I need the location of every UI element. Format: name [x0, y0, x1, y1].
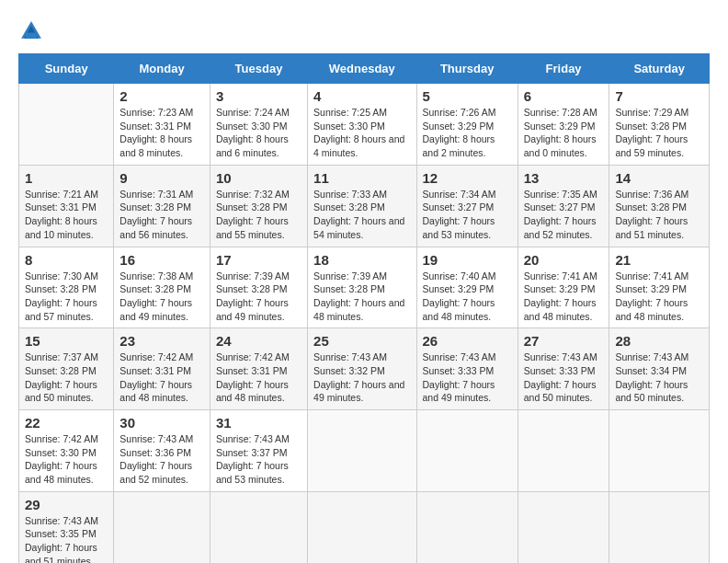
- day-number: 11: [313, 170, 410, 186]
- day-info: Sunrise: 7:33 AMSunset: 3:28 PMDaylight:…: [313, 188, 410, 242]
- day-number: 23: [119, 333, 204, 349]
- calendar-cell: 14Sunrise: 7:36 AMSunset: 3:28 PMDayligh…: [609, 165, 710, 247]
- day-number: 5: [423, 88, 512, 104]
- calendar-cell: [416, 410, 518, 492]
- calendar-cell: 8Sunrise: 7:30 AMSunset: 3:28 PMDaylight…: [19, 247, 114, 328]
- calendar-cell: 16Sunrise: 7:38 AMSunset: 3:28 PMDayligh…: [114, 247, 210, 328]
- day-number: 16: [119, 252, 204, 268]
- day-info: Sunrise: 7:43 AMSunset: 3:37 PMDaylight:…: [216, 432, 301, 487]
- calendar-cell: [518, 491, 609, 563]
- col-friday: Friday: [518, 54, 609, 84]
- calendar-week-row: 1Sunrise: 7:21 AMSunset: 3:31 PMDaylight…: [19, 165, 710, 247]
- calendar-cell: 18Sunrise: 7:39 AMSunset: 3:28 PMDayligh…: [308, 247, 416, 328]
- calendar-cell: 20Sunrise: 7:41 AMSunset: 3:29 PMDayligh…: [518, 247, 609, 328]
- day-info: Sunrise: 7:23 AMSunset: 3:31 PMDaylight:…: [119, 106, 204, 160]
- generalblue-logo-icon: [18, 18, 44, 44]
- calendar-cell: 7Sunrise: 7:29 AMSunset: 3:28 PMDaylight…: [609, 84, 710, 166]
- day-info: Sunrise: 7:29 AMSunset: 3:28 PMDaylight:…: [615, 106, 703, 160]
- day-number: 27: [524, 333, 604, 349]
- calendar-cell: 27Sunrise: 7:43 AMSunset: 3:33 PMDayligh…: [518, 328, 609, 410]
- day-info: Sunrise: 7:43 AMSunset: 3:35 PMDaylight:…: [25, 514, 108, 563]
- day-info: Sunrise: 7:43 AMSunset: 3:36 PMDaylight:…: [119, 432, 204, 487]
- calendar-cell: [518, 410, 609, 492]
- calendar-cell: 30Sunrise: 7:43 AMSunset: 3:36 PMDayligh…: [114, 410, 210, 492]
- calendar-cell: [416, 491, 518, 563]
- day-info: Sunrise: 7:39 AMSunset: 3:28 PMDaylight:…: [216, 270, 301, 324]
- calendar-cell: 19Sunrise: 7:40 AMSunset: 3:29 PMDayligh…: [416, 247, 518, 328]
- calendar-cell: 1Sunrise: 7:21 AMSunset: 3:31 PMDaylight…: [19, 165, 114, 247]
- day-info: Sunrise: 7:41 AMSunset: 3:29 PMDaylight:…: [524, 270, 604, 324]
- day-number: 19: [423, 252, 512, 268]
- col-tuesday: Tuesday: [210, 54, 307, 84]
- calendar-cell: [114, 491, 210, 563]
- day-info: Sunrise: 7:21 AMSunset: 3:31 PMDaylight:…: [25, 188, 108, 242]
- calendar-cell: 4Sunrise: 7:25 AMSunset: 3:30 PMDaylight…: [308, 84, 416, 166]
- calendar-cell: [609, 491, 710, 563]
- day-info: Sunrise: 7:26 AMSunset: 3:29 PMDaylight:…: [423, 106, 512, 160]
- col-saturday: Saturday: [609, 54, 710, 84]
- day-info: Sunrise: 7:41 AMSunset: 3:29 PMDaylight:…: [615, 270, 703, 324]
- calendar-cell: 5Sunrise: 7:26 AMSunset: 3:29 PMDaylight…: [416, 84, 518, 166]
- col-wednesday: Wednesday: [308, 54, 416, 84]
- day-number: 30: [119, 415, 204, 431]
- calendar-cell: 25Sunrise: 7:43 AMSunset: 3:32 PMDayligh…: [308, 328, 416, 410]
- col-sunday: Sunday: [19, 54, 114, 84]
- day-info: Sunrise: 7:36 AMSunset: 3:28 PMDaylight:…: [615, 188, 703, 242]
- calendar-week-row: 29Sunrise: 7:43 AMSunset: 3:35 PMDayligh…: [19, 491, 710, 563]
- calendar-cell: 21Sunrise: 7:41 AMSunset: 3:29 PMDayligh…: [609, 247, 710, 328]
- calendar-cell: [609, 410, 710, 492]
- calendar-cell: 9Sunrise: 7:31 AMSunset: 3:28 PMDaylight…: [114, 165, 210, 247]
- day-number: 17: [216, 252, 301, 268]
- calendar-header-row: Sunday Monday Tuesday Wednesday Thursday…: [19, 54, 710, 84]
- day-info: Sunrise: 7:28 AMSunset: 3:29 PMDaylight:…: [524, 106, 604, 160]
- calendar-cell: 12Sunrise: 7:34 AMSunset: 3:27 PMDayligh…: [416, 165, 518, 247]
- calendar-cell: [210, 491, 307, 563]
- calendar-week-row: 2Sunrise: 7:23 AMSunset: 3:31 PMDaylight…: [19, 84, 710, 166]
- calendar-cell: 23Sunrise: 7:42 AMSunset: 3:31 PMDayligh…: [114, 328, 210, 410]
- day-number: 4: [313, 88, 410, 104]
- calendar-week-row: 22Sunrise: 7:42 AMSunset: 3:30 PMDayligh…: [19, 410, 710, 492]
- day-number: 28: [615, 333, 703, 349]
- calendar-week-row: 15Sunrise: 7:37 AMSunset: 3:28 PMDayligh…: [19, 328, 710, 410]
- calendar-week-row: 8Sunrise: 7:30 AMSunset: 3:28 PMDaylight…: [19, 247, 710, 328]
- day-number: 12: [423, 170, 512, 186]
- header: [18, 18, 710, 44]
- day-number: 13: [524, 170, 604, 186]
- calendar-cell: 2Sunrise: 7:23 AMSunset: 3:31 PMDaylight…: [114, 84, 210, 166]
- day-number: 14: [615, 170, 703, 186]
- col-thursday: Thursday: [416, 54, 518, 84]
- day-number: 22: [25, 415, 108, 431]
- day-info: Sunrise: 7:40 AMSunset: 3:29 PMDaylight:…: [423, 270, 512, 324]
- calendar-cell: 26Sunrise: 7:43 AMSunset: 3:33 PMDayligh…: [416, 328, 518, 410]
- calendar-cell: [19, 84, 114, 166]
- day-number: 3: [216, 88, 301, 104]
- day-number: 26: [423, 333, 512, 349]
- day-number: 6: [524, 88, 604, 104]
- calendar-cell: 22Sunrise: 7:42 AMSunset: 3:30 PMDayligh…: [19, 410, 114, 492]
- day-number: 9: [119, 170, 204, 186]
- day-info: Sunrise: 7:38 AMSunset: 3:28 PMDaylight:…: [119, 270, 204, 324]
- day-info: Sunrise: 7:43 AMSunset: 3:34 PMDaylight:…: [615, 350, 703, 405]
- calendar-cell: [308, 491, 416, 563]
- day-info: Sunrise: 7:35 AMSunset: 3:27 PMDaylight:…: [524, 188, 604, 242]
- day-info: Sunrise: 7:32 AMSunset: 3:28 PMDaylight:…: [216, 188, 301, 242]
- day-number: 29: [25, 497, 108, 512]
- day-number: 7: [615, 88, 703, 104]
- calendar-cell: 6Sunrise: 7:28 AMSunset: 3:29 PMDaylight…: [518, 84, 609, 166]
- day-info: Sunrise: 7:43 AMSunset: 3:33 PMDaylight:…: [524, 350, 604, 405]
- day-info: Sunrise: 7:37 AMSunset: 3:28 PMDaylight:…: [25, 350, 108, 405]
- calendar-cell: 15Sunrise: 7:37 AMSunset: 3:28 PMDayligh…: [19, 328, 114, 410]
- calendar-cell: 17Sunrise: 7:39 AMSunset: 3:28 PMDayligh…: [210, 247, 307, 328]
- day-info: Sunrise: 7:43 AMSunset: 3:32 PMDaylight:…: [313, 350, 410, 405]
- day-info: Sunrise: 7:24 AMSunset: 3:30 PMDaylight:…: [216, 106, 301, 160]
- calendar-cell: 13Sunrise: 7:35 AMSunset: 3:27 PMDayligh…: [518, 165, 609, 247]
- day-number: 18: [313, 252, 410, 268]
- day-number: 21: [615, 252, 703, 268]
- logo: [18, 18, 48, 44]
- day-number: 31: [216, 415, 301, 431]
- svg-rect-2: [26, 33, 37, 39]
- day-number: 24: [216, 333, 301, 349]
- day-number: 1: [25, 170, 108, 186]
- col-monday: Monday: [114, 54, 210, 84]
- day-info: Sunrise: 7:34 AMSunset: 3:27 PMDaylight:…: [423, 188, 512, 242]
